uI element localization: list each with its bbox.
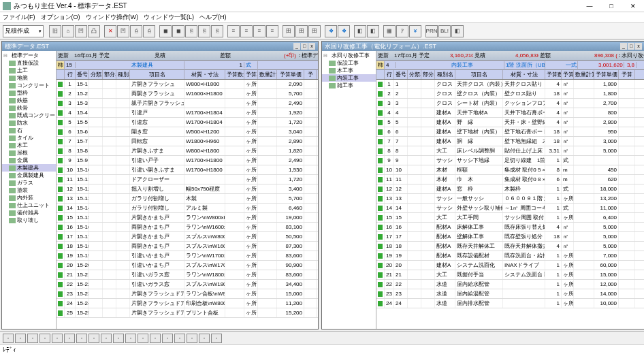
tree-item[interactable]: 仕上ユニット xyxy=(2,202,56,209)
toolbar-button-22[interactable]: 田 xyxy=(295,25,308,37)
table-row[interactable]: 44建材A天井下地材A天井下地石膏ボード貼り4㎡800 xyxy=(376,108,644,118)
status-thumb[interactable]: ▫ xyxy=(76,334,87,343)
toolbar-button-28[interactable]: ◧ xyxy=(354,25,366,37)
status-thumb[interactable]: ▫ xyxy=(162,334,173,343)
table-row[interactable]: 2323水道屋内給湯配管1ヶ所14,000 xyxy=(376,289,644,299)
tree-item[interactable]: 塗装 xyxy=(2,187,56,194)
mode-combo[interactable]: 見積作成 ▾ xyxy=(3,25,44,37)
table-row[interactable]: 1313サッシ一般サッシ０６００９１階 洗面所1ヶ所13,200 xyxy=(376,194,644,204)
toolbar-button-17[interactable]: ≡ xyxy=(240,25,253,37)
table-row[interactable]: 2315-23片開きフラッシュドアラワン合板\nW800xH2000ヶ所15,0… xyxy=(57,289,318,299)
status-thumb[interactable]: ▫ xyxy=(113,334,124,343)
table-row[interactable]: 2215-22引違いガラス窓スプルス\nW1800xH1200ヶ所34,400 xyxy=(57,280,318,289)
table-row[interactable]: 1815-18両開きかまち戸スプルス\nW1600xH2000ヶ所87,300 xyxy=(57,242,318,251)
tree-item[interactable]: 土工 xyxy=(2,67,56,74)
toolbar-button-19[interactable]: ≡ xyxy=(266,25,278,37)
status-thumb[interactable]: ▫ xyxy=(211,334,222,343)
status-thumb[interactable]: ▫ xyxy=(64,334,75,343)
table-row[interactable]: 815-8片開きふすまW800×H1800ヶ所1,820 xyxy=(57,146,318,156)
table-row[interactable]: 215-2両開きフラッシュW1600×H1800ヶ所5,700 xyxy=(57,89,318,99)
tree-item[interactable]: 鉄筋 xyxy=(2,97,56,104)
tree-item[interactable]: 地業 xyxy=(2,74,56,82)
tree-item[interactable]: タイル xyxy=(2,134,56,142)
table-row[interactable]: 1111木材巾 木集成材 取付0 8 ×6m620 xyxy=(376,175,644,184)
toolbar-button-16[interactable]: ≡ xyxy=(227,25,240,37)
status-thumb[interactable]: ▫ xyxy=(199,334,210,343)
table-row[interactable]: 1818配材A既存天井解体工既存天井解体撤去4㎡5,000 xyxy=(376,242,644,251)
tree-item[interactable]: 型枠 xyxy=(2,89,56,97)
toolbar-button-8[interactable]: ⎙ xyxy=(143,25,155,37)
table-row[interactable]: 88大工床レベル調整胴貼付仕上げ上床 ＂3.31㎡5,000 xyxy=(376,146,644,156)
tree-item[interactable]: 内外装 xyxy=(2,194,56,202)
tree-item[interactable]: 木工事 xyxy=(322,67,376,74)
table-row[interactable]: 1919配材A既存設備配材既存洗面台・給排水・処分1ヶ所7,000 xyxy=(376,251,644,261)
toolbar-button-33[interactable]: ¥ xyxy=(409,25,421,37)
pane-max-icon[interactable]: □ xyxy=(628,43,634,50)
table-row[interactable]: 415-4引違戸W1700×H1804ヶ所1,920 xyxy=(57,108,318,118)
table-row[interactable]: 33クロスシート材（内装）クッションフロア（Ｂレベル調整）4㎡2,700 xyxy=(376,99,644,108)
menu-help[interactable]: ヘルプ(H) xyxy=(199,13,227,22)
table-row[interactable]: 1515-15片開きかまち戸ラワン\nW800xH2000ヶ所19,000 xyxy=(57,213,318,223)
toolbar-button-31[interactable]: ▦ xyxy=(383,25,396,37)
table-row[interactable]: 1717配材A壁解体工事既存壁張り処分18㎡5,000 xyxy=(376,232,644,242)
pane-min-icon[interactable]: _ xyxy=(620,43,627,50)
tree-item[interactable]: ⊟水回り改修工事 xyxy=(322,52,376,59)
table-row[interactable]: 1615-16両開きかまち戸ラワン\nW1600xH2000ヶ所83,100 xyxy=(57,223,318,232)
tree-item[interactable]: 防水 xyxy=(2,119,56,127)
toolbar-button-1[interactable]: ⌂ xyxy=(62,25,74,37)
toolbar-button-36[interactable]: BL! xyxy=(438,25,451,37)
status-thumb[interactable]: ▫ xyxy=(3,334,14,343)
table-row[interactable]: 2115-21引違いガラス窓ラワン\nW1800xH1200ヶ所83,600 xyxy=(57,270,318,280)
status-thumb[interactable]: ▫ xyxy=(15,334,26,343)
table-row[interactable]: 55建材A野 縁天井・床・壁野縁組み付け4㎡2,800 xyxy=(376,118,644,127)
menu-window-list[interactable]: ウィンドウ一覧(L) xyxy=(144,13,194,22)
tree-item[interactable]: 取り壊し xyxy=(2,216,56,224)
table-row[interactable]: 1515大工大工手間サッシ周囲 取付 手間1ヶ所6,400 xyxy=(376,213,644,223)
toolbar-button-32[interactable]: ｱ xyxy=(396,25,408,37)
tree-item[interactable]: 金属製建具 xyxy=(2,172,56,179)
table-row[interactable]: 615-6開き窓W500×H1200ヶ所3,040 xyxy=(57,127,318,137)
tree-item[interactable]: 備付雑具 xyxy=(2,209,56,216)
table-row[interactable]: 1616配材A床解体工事既存床張り替え処分4㎡5,000 xyxy=(376,223,644,232)
status-thumb[interactable]: ▫ xyxy=(125,334,136,343)
toolbar-button-21[interactable]: 田 xyxy=(283,25,295,37)
table-row[interactable]: 77建材A胴 縁壁下地無縁組 木材下地材18㎡3,000 xyxy=(376,137,644,146)
table-row[interactable]: 915-9引違い戸子W1700×H1800ヶ所2,490 xyxy=(57,156,318,165)
tree-item[interactable]: ⊟標準データ xyxy=(2,52,56,59)
tree-item[interactable]: 屋根 xyxy=(2,149,56,157)
status-thumb[interactable]: ▫ xyxy=(138,334,148,343)
table-row[interactable]: 1212建材A窓 枠木製枠1式18,000 xyxy=(376,184,644,194)
table-row[interactable]: 66建材A壁下地材（内装）壁下地石膏ボード貼り18㎡950 xyxy=(376,127,644,137)
tree-item[interactable]: ガラス xyxy=(2,179,56,187)
table-row[interactable]: 1915-19引違いかまち戸ラワン\nW1700xH2000ヶ所83,600 xyxy=(57,251,318,261)
pane-max-icon[interactable]: □ xyxy=(301,43,308,50)
toolbar-button-14[interactable]: ⎘ xyxy=(211,25,223,37)
table-row[interactable]: 1015-10引違い開きふすまW1700×H1800ヶ所1,530 xyxy=(57,165,318,175)
tree-item[interactable]: 鉄骨 xyxy=(2,104,56,112)
toolbar-button-12[interactable]: ⎘ xyxy=(185,25,197,37)
toolbar-button-18[interactable]: ≡ xyxy=(253,25,265,37)
toolbar-button-11[interactable]: ◼ xyxy=(172,25,184,37)
grid-right[interactable]: 行 番号 分類名 部分名 種別名 項目名 材質・寸法 予算数量 予算単位 数量計… xyxy=(376,70,644,329)
table-row[interactable]: 515-5引違窓W1700×H1804ヶ所1,720 xyxy=(57,118,318,127)
table-row[interactable]: 1215-12掘入り割増し幅50x750程度ヶ所3,400 xyxy=(57,184,318,194)
menu-window-op[interactable]: ウィンドウ操作(W) xyxy=(86,13,139,22)
toolbar-button-13[interactable]: ⎘ xyxy=(198,25,210,37)
table-row[interactable]: 115-1片開きフラッシュW800×H1800ヶ所2,090 xyxy=(57,80,318,89)
table-row[interactable]: 11クロス天井クロス（内装）天井クロス貼り4㎡1,800 xyxy=(376,80,644,89)
table-row[interactable]: 1414サッシ外壁サッシ取り補修材～1㎡ 周囲コーキング打1式11,000 xyxy=(376,204,644,213)
toolbar-button-25[interactable]: ❖ xyxy=(325,25,337,37)
table-row[interactable]: 2415-24片開きフラッシュドア印刷合板\nW800xH2000ヶ所11,20… xyxy=(57,299,318,308)
grid-left[interactable]: 行 番号 分類名 部分名 種別名 項目名 材質・寸法 予算数量 予算単位 数量計… xyxy=(57,70,318,329)
close-button[interactable]: ✕ xyxy=(625,3,641,10)
toolbar-button-37[interactable]: ◧ xyxy=(451,25,464,37)
toolbar-button-2[interactable]: 凹 xyxy=(75,25,87,37)
status-thumb[interactable]: ▫ xyxy=(52,334,63,343)
toolbar-button-7[interactable]: ⎙ xyxy=(130,25,142,37)
tree-item[interactable]: 木工 xyxy=(2,142,56,149)
table-row[interactable]: 2424水道屋内排水配管1ヶ所10,000 xyxy=(376,299,644,308)
table-row[interactable]: 1010木材框額集成材 取付0 5 ×8m450 xyxy=(376,165,644,175)
pane-close-icon[interactable]: x xyxy=(308,43,315,50)
tree-item[interactable]: 直接仮設 xyxy=(2,59,56,67)
toolbar-button-10[interactable]: ◼ xyxy=(159,25,172,37)
